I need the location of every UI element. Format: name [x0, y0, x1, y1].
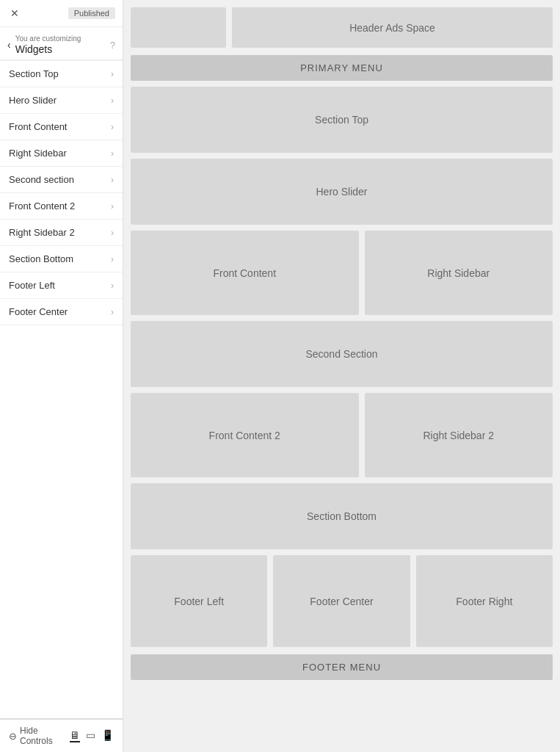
sidebar-item-front-content[interactable]: Front Content › [0, 114, 123, 140]
sidebar-item-hero-slider[interactable]: Hero Slider › [0, 87, 123, 114]
sidebar-item-label: Right Sidebar [9, 148, 67, 159]
footer-right-block: Footer Right [416, 555, 553, 647]
sidebar-item-front-content-2[interactable]: Front Content 2 › [0, 193, 123, 220]
sidebar-item-label: Section Top [9, 68, 59, 79]
minus-circle-icon: ⊖ [9, 731, 17, 742]
front-content-2-label: Front Content 2 [209, 430, 280, 441]
chevron-right-icon: › [111, 175, 114, 185]
chevron-right-icon: › [111, 148, 114, 159]
section-top-block: Section Top [131, 87, 553, 153]
footer-right-label: Footer Right [456, 596, 512, 607]
chevron-right-icon: › [111, 228, 114, 238]
footer-center-label: Footer Center [310, 596, 373, 607]
primary-menu-bar: PRIMARY MENU [131, 55, 553, 81]
sidebar-item-label: Second section [9, 174, 74, 185]
sidebar-item-footer-left[interactable]: Footer Left › [0, 272, 123, 299]
sidebar-item-right-sidebar-2[interactable]: Right Sidebar 2 › [0, 220, 123, 246]
mobile-icon[interactable]: 📱 [101, 729, 114, 742]
published-badge: Published [68, 7, 115, 19]
sidebar-item-footer-center[interactable]: Footer Center › [0, 299, 123, 325]
header-logo [131, 7, 226, 48]
chevron-right-icon: › [111, 254, 114, 264]
front-content-row: Front Content Right Sidebar [131, 231, 553, 315]
sidebar-item-label: Hero Slider [9, 95, 57, 106]
right-sidebar-label: Right Sidebar [427, 267, 490, 279]
header-ads-label: Header Ads Space [349, 22, 435, 34]
back-button[interactable]: ‹ [7, 39, 11, 51]
sidebar-item-label: Front Content [9, 121, 68, 132]
footer-row: Footer Left Footer Center Footer Right [131, 555, 553, 647]
front-content-label: Front Content [213, 267, 276, 279]
sidebar-item-label: Front Content 2 [9, 200, 75, 212]
device-icons: 🖥 ▭ 📱 [70, 729, 114, 742]
header-area: Header Ads Space [131, 7, 553, 48]
chevron-right-icon: › [111, 69, 114, 79]
section-bottom-label: Section Bottom [307, 510, 377, 522]
sidebar-menu: Section Top › Hero Slider › Front Conten… [0, 60, 123, 718]
footer-menu-label: FOOTER MENU [302, 662, 381, 673]
sidebar-item-label: Footer Center [9, 306, 68, 317]
sidebar-topbar: ✕ Published [0, 0, 123, 27]
customizing-info: You are customizing Widgets [15, 35, 81, 55]
front-content-block: Front Content [131, 231, 359, 315]
chevron-right-icon: › [111, 307, 114, 317]
chevron-right-icon: › [111, 281, 114, 291]
footer-left-block: Footer Left [131, 555, 267, 647]
customizing-label: You are customizing [15, 35, 81, 43]
front-content-2-block: Front Content 2 [131, 393, 359, 477]
second-section-label: Second Section [305, 348, 377, 360]
footer-left-label: Footer Left [174, 596, 224, 607]
primary-menu-label: PRIMARY MENU [300, 62, 383, 73]
help-icon[interactable]: ? [110, 40, 115, 51]
section-top-label: Section Top [315, 114, 368, 126]
sidebar: ✕ Published ‹ You are customizing Widget… [0, 0, 123, 752]
chevron-right-icon: › [111, 95, 114, 106]
sidebar-item-label: Section Bottom [9, 253, 73, 264]
front-content-2-row: Front Content 2 Right Sidebar 2 [131, 393, 553, 477]
chevron-right-icon: › [111, 201, 114, 212]
header-ads-block: Header Ads Space [232, 7, 553, 48]
right-sidebar-2-label: Right Sidebar 2 [423, 430, 494, 441]
sidebar-item-label: Footer Left [9, 280, 55, 291]
hero-slider-label: Hero Slider [316, 186, 367, 198]
widgets-title: Widgets [15, 43, 81, 55]
hide-controls-label: Hide Controls [20, 726, 65, 746]
desktop-icon[interactable]: 🖥 [70, 729, 80, 742]
sidebar-item-section-bottom[interactable]: Section Bottom › [0, 246, 123, 272]
chevron-right-icon: › [111, 122, 114, 132]
main-preview: Header Ads Space PRIMARY MENU Section To… [123, 0, 560, 752]
right-sidebar-block: Right Sidebar [365, 231, 553, 315]
hero-slider-block: Hero Slider [131, 159, 553, 225]
second-section-block: Second Section [131, 321, 553, 387]
hide-controls-button[interactable]: ⊖ Hide Controls [9, 726, 65, 746]
close-button[interactable]: ✕ [7, 6, 22, 21]
sidebar-item-label: Right Sidebar 2 [9, 227, 75, 238]
sidebar-item-right-sidebar[interactable]: Right Sidebar › [0, 140, 123, 167]
sidebar-item-second-section[interactable]: Second section › [0, 167, 123, 193]
sidebar-footer: ⊖ Hide Controls 🖥 ▭ 📱 [0, 718, 123, 752]
footer-menu-bar: FOOTER MENU [131, 654, 553, 680]
footer-center-block: Footer Center [273, 555, 410, 647]
sidebar-item-section-top[interactable]: Section Top › [0, 61, 123, 87]
right-sidebar-2-block: Right Sidebar 2 [365, 393, 553, 477]
section-bottom-block: Section Bottom [131, 483, 553, 549]
tablet-icon[interactable]: ▭ [86, 729, 95, 742]
sidebar-nav-header: ‹ You are customizing Widgets ? [0, 27, 123, 60]
